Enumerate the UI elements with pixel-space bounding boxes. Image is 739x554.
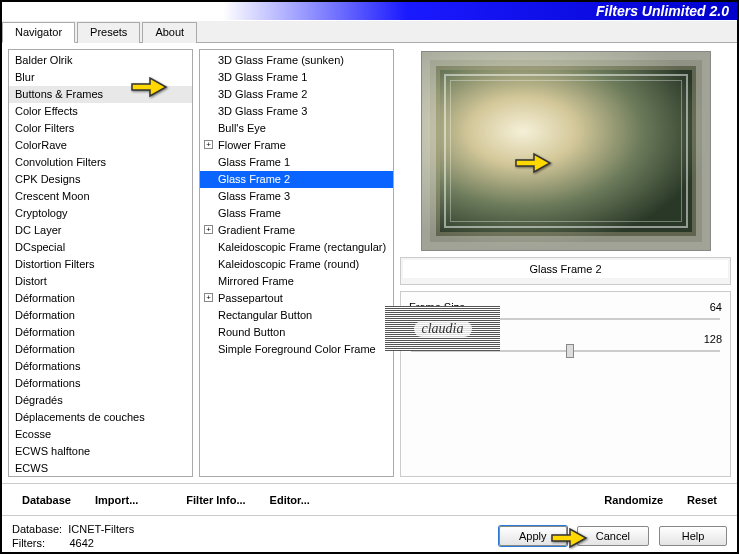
tab-bar: Navigator Presets About (2, 21, 737, 43)
list-item[interactable]: ECWS halftone (9, 443, 192, 460)
list-item[interactable]: 3D Glass Frame (sunken) (200, 52, 393, 69)
list-item-label: Round Button (218, 326, 285, 338)
list-item[interactable]: +Flower Frame (200, 137, 393, 154)
list-item[interactable]: ECWS (9, 460, 192, 477)
tab-presets[interactable]: Presets (77, 22, 140, 43)
list-item[interactable]: Blur (9, 69, 192, 86)
list-item-label: 3D Glass Frame 2 (218, 88, 307, 100)
list-item[interactable]: Glass Frame 1 (200, 154, 393, 171)
list-item[interactable]: Déformation (9, 341, 192, 358)
list-item[interactable]: Kaleidoscopic Frame (round) (200, 256, 393, 273)
list-item-label: Passepartout (218, 292, 283, 304)
list-item[interactable]: Déformation (9, 290, 192, 307)
watermark: claudia (385, 306, 500, 351)
list-item[interactable]: +Passepartout (200, 290, 393, 307)
list-item-label: Mirrored Frame (218, 275, 294, 287)
list-item[interactable]: 3D Glass Frame 2 (200, 86, 393, 103)
list-item-label: 3D Glass Frame 1 (218, 71, 307, 83)
import-button[interactable]: Import... (85, 491, 148, 509)
list-item[interactable]: Color Filters (9, 120, 192, 137)
list-item[interactable]: Déformation (9, 324, 192, 341)
preview-image (421, 51, 711, 251)
expand-icon[interactable]: + (204, 225, 213, 234)
expand-icon[interactable]: + (204, 140, 213, 149)
list-item-label: Glass Frame (218, 207, 281, 219)
slider-value: 64 (710, 301, 722, 313)
reset-button[interactable]: Reset (677, 491, 727, 509)
list-item[interactable]: Dégradés (9, 392, 192, 409)
list-item[interactable]: Simple Foreground Color Frame (200, 341, 393, 358)
help-button[interactable]: Help (659, 526, 727, 546)
list-item[interactable]: Round Button (200, 324, 393, 341)
cancel-button[interactable]: Cancel (577, 526, 649, 546)
list-item[interactable]: ColorRave (9, 137, 192, 154)
filter-title: Glass Frame 2 (403, 260, 728, 278)
list-item[interactable]: Convolution Filters (9, 154, 192, 171)
list-item[interactable]: DCspecial (9, 239, 192, 256)
list-item[interactable]: 3D Glass Frame 1 (200, 69, 393, 86)
list-item-label: Glass Frame 3 (218, 190, 290, 202)
list-item[interactable]: Déformations (9, 375, 192, 392)
list-item-label: 3D Glass Frame 3 (218, 105, 307, 117)
toolbar: Database Import... Filter Info... Editor… (2, 483, 737, 515)
list-item[interactable]: CPK Designs (9, 171, 192, 188)
slider-value: 128 (704, 333, 722, 345)
randomize-button[interactable]: Randomize (594, 491, 673, 509)
list-item-label: Kaleidoscopic Frame (rectangular) (218, 241, 386, 253)
list-item[interactable]: Glass Frame 3 (200, 188, 393, 205)
list-item[interactable]: Cryptology (9, 205, 192, 222)
list-item[interactable]: Rectangular Button (200, 307, 393, 324)
list-item-label: 3D Glass Frame (sunken) (218, 54, 344, 66)
list-item[interactable]: Déformations (9, 358, 192, 375)
list-item[interactable]: Crescent Moon (9, 188, 192, 205)
title-bar: Filters Unlimited 2.0 (2, 2, 737, 20)
list-item[interactable]: Kaleidoscopic Frame (rectangular) (200, 239, 393, 256)
apply-button[interactable]: Apply (499, 526, 567, 546)
list-item-label: Glass Frame 1 (218, 156, 290, 168)
filter-list[interactable]: 3D Glass Frame (sunken)3D Glass Frame 13… (199, 49, 394, 477)
app-title: Filters Unlimited 2.0 (596, 3, 729, 19)
main-content: Balder OlrikBlurButtons & FramesColor Ef… (2, 43, 737, 483)
filter-column: 3D Glass Frame (sunken)3D Glass Frame 13… (199, 49, 394, 477)
editor-button[interactable]: Editor... (260, 491, 320, 509)
list-item-label: Glass Frame 2 (218, 173, 290, 185)
list-item-label: Simple Foreground Color Frame (218, 343, 376, 355)
list-item-label: Flower Frame (218, 139, 286, 151)
category-column: Balder OlrikBlurButtons & FramesColor Ef… (8, 49, 193, 477)
list-item[interactable]: Balder Olrik (9, 52, 192, 69)
slider-thumb[interactable] (566, 344, 574, 358)
list-item[interactable]: Déformation (9, 307, 192, 324)
list-item[interactable]: Ecosse (9, 426, 192, 443)
database-button[interactable]: Database (12, 491, 81, 509)
list-item[interactable]: Mirrored Frame (200, 273, 393, 290)
status-info: Database: ICNET-Filters Filters: 4642 (12, 522, 134, 550)
list-item[interactable]: Glass Frame 2 (200, 171, 393, 188)
expand-icon[interactable]: + (204, 293, 213, 302)
category-list[interactable]: Balder OlrikBlurButtons & FramesColor Ef… (8, 49, 193, 477)
list-item[interactable]: 3D Glass Frame 3 (200, 103, 393, 120)
list-item[interactable]: Distortion Filters (9, 256, 192, 273)
list-item[interactable]: Buttons & Frames (9, 86, 192, 103)
tab-navigator[interactable]: Navigator (2, 22, 75, 43)
list-item[interactable]: Distort (9, 273, 192, 290)
tab-about[interactable]: About (142, 22, 197, 43)
list-item-label: Gradient Frame (218, 224, 295, 236)
list-item[interactable]: Glass Frame (200, 205, 393, 222)
list-item-label: Kaleidoscopic Frame (round) (218, 258, 359, 270)
preview-column: claudia Glass Frame 2 Frame Size64Contra… (400, 49, 731, 477)
list-item[interactable]: DC Layer (9, 222, 192, 239)
status-bar: Database: ICNET-Filters Filters: 4642 Ap… (2, 515, 737, 554)
list-item-label: Bull's Eye (218, 122, 266, 134)
list-item-label: Rectangular Button (218, 309, 312, 321)
filter-title-box: Glass Frame 2 (400, 257, 731, 285)
list-item[interactable]: Bull's Eye (200, 120, 393, 137)
list-item[interactable]: Color Effects (9, 103, 192, 120)
list-item[interactable]: Déplacements de couches (9, 409, 192, 426)
filter-info-button[interactable]: Filter Info... (176, 491, 255, 509)
list-item[interactable]: +Gradient Frame (200, 222, 393, 239)
